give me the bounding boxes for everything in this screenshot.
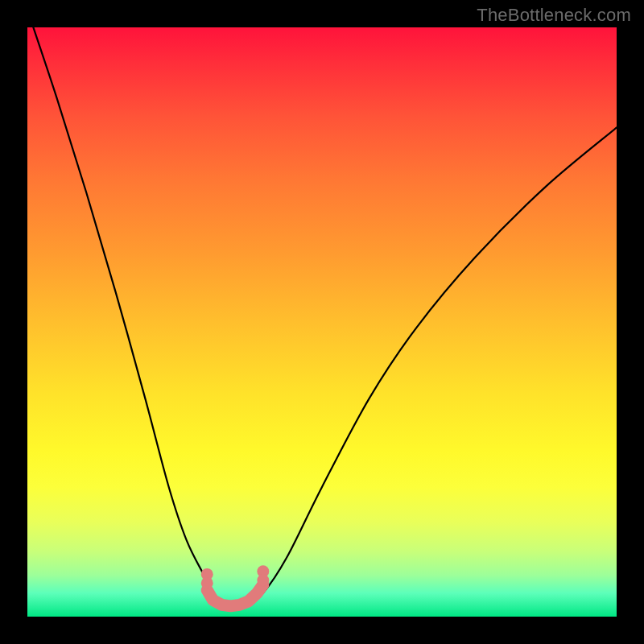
chart-frame: TheBottleneck.com xyxy=(0,0,644,644)
bottleneck-curve-line xyxy=(27,27,617,608)
bottom-marker-points xyxy=(201,565,270,606)
svg-point-1 xyxy=(201,577,213,589)
chart-svg xyxy=(27,27,617,617)
svg-point-3 xyxy=(257,574,269,586)
watermark-text: TheBottleneck.com xyxy=(477,5,631,26)
plot-area xyxy=(27,27,617,617)
